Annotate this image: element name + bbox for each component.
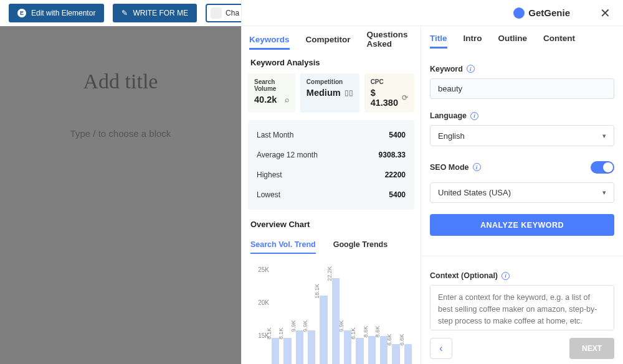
form-column: Title Intro Outline Content Keyword i La… bbox=[421, 26, 623, 364]
brand-text: GetGenie bbox=[528, 7, 570, 18]
info-icon[interactable]: i bbox=[473, 163, 481, 171]
chart-tabs: Search Vol. Trend Google Trends bbox=[250, 240, 412, 254]
chat-icon bbox=[211, 7, 222, 19]
tab-questions[interactable]: Questions Asked bbox=[367, 26, 413, 54]
chart-tab-search-trend[interactable]: Search Vol. Trend bbox=[250, 240, 316, 254]
analyze-keyword-button[interactable]: ANALYZE KEYWORD bbox=[430, 214, 614, 236]
seo-mode-row: SEO Mode i bbox=[430, 161, 614, 174]
back-button[interactable]: ‹ bbox=[430, 338, 452, 359]
stat-lowest: Lowest 5400 bbox=[257, 185, 406, 205]
bar-label: 22.2K bbox=[326, 266, 333, 281]
chart-bar: 8.1K bbox=[356, 266, 363, 364]
metric-cpc-value: $ 41.380 bbox=[371, 88, 398, 108]
stat-last-month-value: 5400 bbox=[389, 131, 406, 139]
analysis-tabs: Keywords Competitor Questions Asked bbox=[242, 26, 421, 54]
block-placeholder[interactable]: Type / to choose a block bbox=[70, 128, 171, 139]
tab-intro[interactable]: Intro bbox=[464, 30, 482, 49]
stat-lowest-value: 5400 bbox=[389, 190, 406, 199]
stat-lowest-label: Lowest bbox=[257, 190, 280, 199]
stats-box: Last Month 5400 Average 12 month 9308.33… bbox=[248, 120, 414, 210]
tab-keywords[interactable]: Keywords bbox=[249, 31, 290, 50]
stat-highest: Highest 22200 bbox=[257, 165, 406, 185]
analysis-column: Keywords Competitor Questions Asked Keyw… bbox=[242, 26, 421, 364]
stat-average: Average 12 month 9308.33 bbox=[257, 145, 406, 165]
chart-bar: 9.9K bbox=[296, 266, 303, 364]
tab-outline[interactable]: Outline bbox=[498, 30, 528, 49]
close-icon: ✕ bbox=[600, 6, 611, 20]
metric-sv-label: Search Volume bbox=[254, 78, 289, 92]
toggle-knob bbox=[603, 162, 613, 172]
stat-last-month: Last Month 5400 bbox=[257, 125, 406, 145]
seo-mode-label: SEO Mode bbox=[430, 163, 469, 172]
chart-box: 25K 20K 15K 10K 8.1K8.1K9.9K9.9K18.1K22.… bbox=[250, 266, 412, 364]
chart-bar: 6.6K bbox=[404, 266, 412, 364]
chart-bar: 22.2K bbox=[332, 266, 340, 364]
brand-icon bbox=[513, 7, 525, 19]
stat-last-month-label: Last Month bbox=[257, 131, 293, 139]
write-for-me-button[interactable]: ✎ WRITE FOR ME bbox=[113, 4, 197, 22]
context-label: Context (Optional) i bbox=[430, 271, 614, 280]
chart-bar: 6.6K bbox=[392, 266, 399, 364]
stat-average-value: 9308.33 bbox=[379, 151, 406, 159]
bar-label: 6.6K bbox=[386, 334, 392, 346]
chart-section: Overview Chart Search Vol. Trend Google … bbox=[242, 220, 421, 364]
bar-label: 8.6K bbox=[374, 325, 381, 337]
overview-chart-title: Overview Chart bbox=[250, 220, 412, 229]
chevron-down-icon: ▾ bbox=[602, 132, 606, 140]
keyword-analysis-heading: Keyword Analysis bbox=[242, 54, 421, 73]
ytick: 25K bbox=[250, 266, 269, 273]
divider bbox=[421, 256, 623, 256]
metric-competition: Competition Medium ▯▯ bbox=[300, 73, 359, 113]
chat-label: Cha bbox=[226, 9, 239, 17]
ytick: 20K bbox=[250, 299, 269, 306]
chart-bar: 8.6K bbox=[380, 266, 388, 364]
edit-elementor-label: Edit with Elementor bbox=[31, 9, 95, 17]
close-button[interactable]: ✕ bbox=[595, 3, 616, 23]
next-button[interactable]: NEXT bbox=[569, 338, 614, 359]
panel-header: GetGenie ✕ bbox=[242, 0, 623, 26]
keyword-input[interactable] bbox=[430, 78, 614, 99]
chart-bar: 8.1K bbox=[283, 266, 291, 364]
chevron-left-icon: ‹ bbox=[439, 343, 442, 353]
post-title-input[interactable]: Add title bbox=[83, 70, 158, 93]
bar-label: 8.6K bbox=[363, 325, 369, 337]
edit-elementor-button[interactable]: E Edit with Elementor bbox=[9, 4, 104, 22]
country-value: United States (USA) bbox=[438, 188, 511, 197]
seo-mode-toggle[interactable] bbox=[591, 161, 614, 174]
keyword-label: Keyword i bbox=[430, 65, 614, 73]
chart-tab-google-trends[interactable]: Google Trends bbox=[333, 240, 388, 254]
content-tabs: Title Intro Outline Content bbox=[430, 26, 614, 52]
bar-label: 9.9K bbox=[302, 320, 308, 332]
metric-cpc: CPC $ 41.380 ⟳ bbox=[364, 73, 414, 113]
stat-highest-value: 22200 bbox=[385, 170, 406, 179]
write-for-me-label: WRITE FOR ME bbox=[133, 9, 188, 17]
bar-chart-icon: ▯▯ bbox=[345, 88, 353, 97]
metric-comp-value: Medium bbox=[307, 88, 341, 98]
info-icon[interactable]: i bbox=[470, 112, 478, 120]
language-value: English bbox=[438, 131, 465, 141]
stat-average-label: Average 12 month bbox=[257, 151, 318, 159]
language-label: Language i bbox=[430, 111, 614, 120]
chart-bar: 8.6K bbox=[368, 266, 376, 364]
chart-plot: 8.1K8.1K9.9K9.9K18.1K22.2K9.9K8.1K8.6K8.… bbox=[272, 266, 412, 364]
language-select[interactable]: English ▾ bbox=[430, 125, 614, 146]
country-select[interactable]: United States (USA) ▾ bbox=[430, 182, 614, 203]
bar-label: 6.6K bbox=[399, 334, 405, 346]
editor-overlay: Add title Type / to choose a block bbox=[0, 26, 241, 364]
bar-label: 8.1K bbox=[278, 328, 284, 340]
tab-content[interactable]: Content bbox=[543, 30, 575, 49]
bar-label: 9.9K bbox=[290, 320, 297, 332]
refresh-icon[interactable]: ⟳ bbox=[402, 93, 408, 102]
brand: GetGenie bbox=[513, 7, 570, 19]
tab-title[interactable]: Title bbox=[430, 30, 447, 49]
metric-search-volume: Search Volume 40.2k ⌕ bbox=[248, 73, 295, 113]
chevron-down-icon: ▾ bbox=[602, 189, 606, 197]
bar-label: 18.1K bbox=[314, 284, 320, 299]
info-icon[interactable]: i bbox=[502, 272, 510, 280]
tab-competitor[interactable]: Competitor bbox=[306, 31, 351, 50]
bar-label: 9.9K bbox=[338, 320, 345, 332]
search-icon: ⌕ bbox=[285, 95, 289, 104]
metric-cpc-label: CPC bbox=[371, 78, 408, 85]
context-textarea[interactable] bbox=[430, 285, 614, 330]
info-icon[interactable]: i bbox=[467, 65, 475, 73]
